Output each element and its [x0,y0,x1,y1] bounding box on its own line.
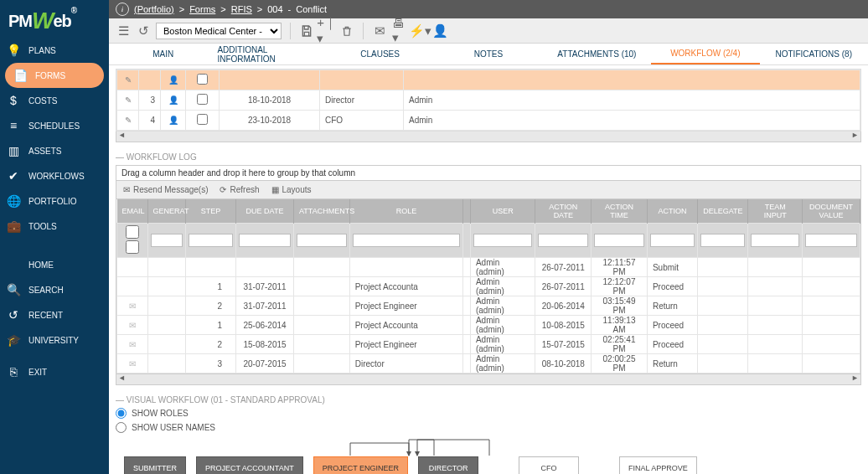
tab-clauses[interactable]: CLAUSES [326,44,434,64]
col-email[interactable]: EMAIL [117,199,148,224]
delete-icon[interactable] [339,23,354,39]
tab-additional-information[interactable]: ADDITIONAL INFORMATION [217,44,325,64]
sidebar: PMWeb® 💡PLANS📄FORMS$COSTS≡SCHEDULES▥ASSE… [0,0,109,474]
show-roles-radio[interactable]: SHOW ROLES [116,408,861,419]
sidebar-item-plans[interactable]: 💡PLANS [0,38,109,63]
col-attachments[interactable]: ATTACHMENTS [293,199,349,224]
approval-row[interactable]: ✎3👤18-10-2018DirectorAdmin [117,90,860,111]
wf-row[interactable]: ✉231-07-2011Project EngineerAdmin (admin… [117,296,860,316]
layouts-button[interactable]: ▦ Layouts [271,185,312,194]
filter-input[interactable] [473,234,533,247]
sidebar-item-costs[interactable]: $COSTS [0,88,109,113]
edit-icon[interactable]: ✎ [117,90,139,111]
col-document-value[interactable]: DOCUMENT VALUE [803,199,860,224]
h-scrollbar-2[interactable] [116,374,861,385]
col-due-date[interactable]: DUE DATE [236,199,294,224]
sidebar-item-forms[interactable]: 📄FORMS [5,63,104,88]
filter-input[interactable] [700,234,745,247]
filter-input[interactable] [151,234,183,247]
mail-icon[interactable]: ✉ [372,23,387,39]
group-hint[interactable]: Drag a column header and drop it here to… [116,165,861,181]
edit-icon[interactable]: ✎ [117,70,139,90]
content: ✎👤✎3👤18-10-2018DirectorAdmin✎4👤23-10-201… [109,65,868,474]
sidebar-item-tools[interactable]: 💼TOOLS [0,214,109,239]
sidebar-item-university[interactable]: 🎓UNIVERSITY [0,327,109,353]
col-action-date[interactable]: ACTION DATE [535,199,592,224]
wf-final: FINAL APPROVE [619,456,697,474]
tab-attachments-10-[interactable]: ATTACHMENTS (10) [543,44,651,64]
col-action[interactable]: ACTION [647,199,697,224]
select-all[interactable] [120,225,145,239]
nav-label: ASSETS [28,147,61,156]
approval-row[interactable]: ✎👤 [117,70,860,90]
sidebar-item-search[interactable]: 🔍SEARCH [0,277,109,302]
wf-row[interactable]: 131-07-2011Project AccountaAdmin (admin)… [117,277,860,296]
col-action-time[interactable]: ACTION TIME [592,199,648,224]
row-checkbox[interactable] [197,74,208,85]
filter-input[interactable] [239,234,291,247]
wf-submitter: SUBMITTER [124,456,186,474]
wf-log-grid: EMAILGENERATSTEPDUE DATEATTACHMENTSROLEU… [116,199,861,374]
h-scrollbar-1[interactable] [116,131,861,142]
sidebar-item-assets[interactable]: ▥ASSETS [0,138,109,163]
breadcrumb-rfis[interactable]: RFIS [231,4,252,14]
sidebar-item-schedules[interactable]: ≡SCHEDULES [0,113,109,138]
filter-input[interactable] [297,234,347,247]
mail-icon: ✉ [117,354,148,374]
approval-row[interactable]: ✎4👤23-10-2018CFOAdmin [117,111,860,131]
sidebar-item-portfolio[interactable]: 🌐PORTFOLIO [0,188,109,214]
filter-input[interactable] [751,234,799,247]
wf-cfo: CFO [519,456,579,474]
col-generat[interactable]: GENERAT [147,199,185,224]
bolt-icon[interactable]: ⚡▾ [412,23,427,39]
edit-icon[interactable]: ✎ [117,111,139,131]
col-sep[interactable] [463,199,471,224]
save-icon[interactable] [299,23,314,39]
record-select[interactable]: Boston Medical Center - 004 - Confl [156,23,282,39]
filter-input[interactable] [538,234,588,247]
mail-icon: ✉ [117,316,148,335]
nav-label: PORTFOLIO [28,197,77,206]
tab-workflow-2-4-[interactable]: WORKFLOW (2/4) [651,44,759,64]
filter-input[interactable] [189,234,233,247]
sidebar-item-exit[interactable]: ⎘EXIT [0,359,109,384]
col-team-input[interactable]: TEAM INPUT [748,199,803,224]
resend-button[interactable]: ✉ Resend Message(s) [123,185,208,194]
mail-icon: ✉ [117,335,148,354]
sidebar-item-workflows[interactable]: ✔WORKFLOWS [0,163,109,188]
show-users-radio[interactable]: SHOW USER NAMES [116,422,861,433]
mail-icon [117,277,148,296]
list-icon[interactable]: ☰ [116,23,131,39]
nav-icon: 🔍 [7,283,20,296]
select-all-2[interactable] [120,240,145,254]
refresh-button[interactable]: ⟳ Refresh [220,185,259,194]
sidebar-item-recent[interactable]: ↺RECENT [0,302,109,327]
filter-input[interactable] [805,234,857,247]
filter-input[interactable] [353,234,461,247]
row-checkbox[interactable] [197,94,208,105]
wf-row[interactable]: ✉125-06-2014Project AccountaAdmin (admin… [117,316,860,335]
tab-notifications-8-[interactable]: NOTIFICATIONS (8) [760,44,868,64]
col-delegate[interactable]: DELEGATE [698,199,748,224]
user-icon[interactable]: 👤 [432,23,447,39]
sidebar-item-home[interactable]: HOME [0,252,109,277]
breadcrumb-portfolio[interactable]: (Portfolio) [134,4,174,14]
logo-text: PMWeb® [8,6,76,33]
col-step[interactable]: STEP [185,199,235,224]
add-icon[interactable]: +｜▾ [319,23,334,39]
tab-notes[interactable]: NOTES [434,44,542,64]
row-checkbox[interactable] [197,114,208,125]
wf-row[interactable]: ✉215-08-2015Project EngineerAdmin (admin… [117,335,860,354]
filter-input[interactable] [594,234,644,247]
info-icon[interactable]: i [116,3,129,16]
filter-input[interactable] [650,234,695,247]
col-user[interactable]: USER [470,199,535,224]
tab-main[interactable]: MAIN [109,44,217,64]
col-role[interactable]: ROLE [349,199,463,224]
nav-icon: $ [7,94,20,107]
wf-row[interactable]: Admin (admin)26-07-201112:11:57 PMSubmit [117,258,860,277]
print-icon[interactable]: 🖶▾ [392,23,407,39]
breadcrumb-forms[interactable]: Forms [189,4,215,14]
wf-row[interactable]: ✉320-07-2015DirectorAdmin (admin)08-10-2… [117,354,860,374]
undo-icon[interactable]: ↺ [136,23,151,39]
